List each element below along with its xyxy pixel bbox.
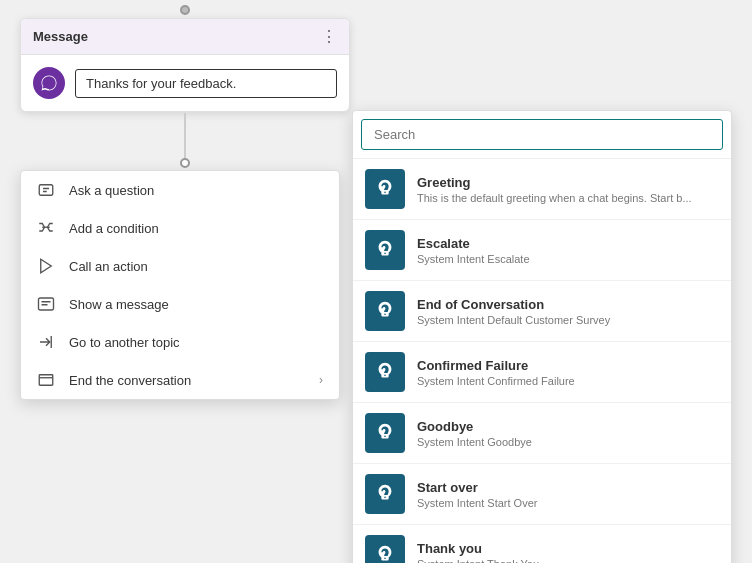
topic-item-escalate[interactable]: Escalate System Intent Escalate	[353, 220, 731, 281]
topic-search-container	[353, 111, 731, 159]
dropdown-item-show-message[interactable]: Show a message	[21, 285, 339, 323]
show-message-icon	[37, 295, 55, 313]
dropdown-item-call-action[interactable]: Call an action	[21, 247, 339, 285]
topic-list: Greeting This is the default greeting wh…	[353, 159, 731, 563]
topic-end-conversation-icon	[365, 291, 405, 331]
bot-avatar-icon	[33, 67, 65, 99]
topic-escalate-icon	[365, 230, 405, 270]
end-conversation-label: End the conversation	[69, 373, 305, 388]
svg-rect-4	[39, 375, 53, 386]
dropdown-item-end-conversation[interactable]: End the conversation ›	[21, 361, 339, 399]
show-message-label: Show a message	[69, 297, 323, 312]
call-action-icon	[37, 257, 55, 275]
topic-greeting-text: Greeting This is the default greeting wh…	[417, 175, 719, 204]
topic-start-over-text: Start over System Intent Start Over	[417, 480, 719, 509]
svg-marker-2	[41, 259, 52, 273]
connector-line-below	[184, 113, 186, 163]
topic-item-goodbye[interactable]: Goodbye System Intent Goodbye	[353, 403, 731, 464]
message-card: Message ⋮	[20, 18, 350, 112]
topic-search-input[interactable]	[361, 119, 723, 150]
topic-escalate-name: Escalate	[417, 236, 719, 251]
topic-end-conversation-text: End of Conversation System Intent Defaul…	[417, 297, 719, 326]
topic-item-start-over[interactable]: Start over System Intent Start Over	[353, 464, 731, 525]
topic-item-greeting[interactable]: Greeting This is the default greeting wh…	[353, 159, 731, 220]
topic-goodbye-icon	[365, 413, 405, 453]
topic-confirmed-failure-desc: System Intent Confirmed Failure	[417, 375, 719, 387]
topic-escalate-desc: System Intent Escalate	[417, 253, 719, 265]
topic-goodbye-text: Goodbye System Intent Goodbye	[417, 419, 719, 448]
topic-greeting-desc: This is the default greeting when a chat…	[417, 192, 719, 204]
canvas: Message ⋮ Ask a question	[0, 0, 752, 563]
topic-goodbye-name: Goodbye	[417, 419, 719, 434]
dropdown-item-go-topic[interactable]: Go to another topic	[21, 323, 339, 361]
message-text-input[interactable]	[75, 69, 337, 98]
end-conversation-arrow-icon: ›	[319, 373, 323, 387]
add-condition-icon	[37, 219, 55, 237]
svg-rect-0	[39, 185, 53, 196]
topic-goodbye-desc: System Intent Goodbye	[417, 436, 719, 448]
connector-circle-below	[180, 158, 190, 168]
topic-end-conversation-desc: System Intent Default Customer Survey	[417, 314, 719, 326]
topic-item-thank-you[interactable]: Thank you System Intent Thank You	[353, 525, 731, 563]
topic-confirmed-failure-icon	[365, 352, 405, 392]
topic-selection-panel: Greeting This is the default greeting wh…	[352, 110, 732, 563]
topic-thank-you-text: Thank you System Intent Thank You	[417, 541, 719, 564]
topic-item-end-conversation[interactable]: End of Conversation System Intent Defaul…	[353, 281, 731, 342]
action-dropdown-menu: Ask a question Add a condition Call an a…	[20, 170, 340, 400]
go-topic-icon	[37, 333, 55, 351]
call-action-label: Call an action	[69, 259, 323, 274]
topic-escalate-text: Escalate System Intent Escalate	[417, 236, 719, 265]
topic-confirmed-failure-text: Confirmed Failure System Intent Confirme…	[417, 358, 719, 387]
dropdown-item-ask-question[interactable]: Ask a question	[21, 171, 339, 209]
end-conversation-icon	[37, 371, 55, 389]
topic-confirmed-failure-name: Confirmed Failure	[417, 358, 719, 373]
svg-rect-3	[39, 298, 54, 310]
topic-greeting-name: Greeting	[417, 175, 719, 190]
topic-item-confirmed-failure[interactable]: Confirmed Failure System Intent Confirme…	[353, 342, 731, 403]
card-title: Message	[33, 29, 88, 44]
topic-start-over-desc: System Intent Start Over	[417, 497, 719, 509]
topic-start-over-icon	[365, 474, 405, 514]
go-topic-label: Go to another topic	[69, 335, 323, 350]
topic-thank-you-desc: System Intent Thank You	[417, 558, 719, 564]
ask-question-label: Ask a question	[69, 183, 323, 198]
topic-end-conversation-name: End of Conversation	[417, 297, 719, 312]
message-card-header: Message ⋮	[21, 19, 349, 55]
add-condition-label: Add a condition	[69, 221, 323, 236]
chat-icon	[40, 74, 58, 92]
topic-thank-you-icon	[365, 535, 405, 563]
connector-circle-top	[180, 5, 190, 15]
dropdown-item-add-condition[interactable]: Add a condition	[21, 209, 339, 247]
ask-question-icon	[37, 181, 55, 199]
topic-greeting-icon	[365, 169, 405, 209]
more-options-icon[interactable]: ⋮	[321, 27, 337, 46]
topic-thank-you-name: Thank you	[417, 541, 719, 556]
message-card-body	[21, 55, 349, 111]
topic-start-over-name: Start over	[417, 480, 719, 495]
